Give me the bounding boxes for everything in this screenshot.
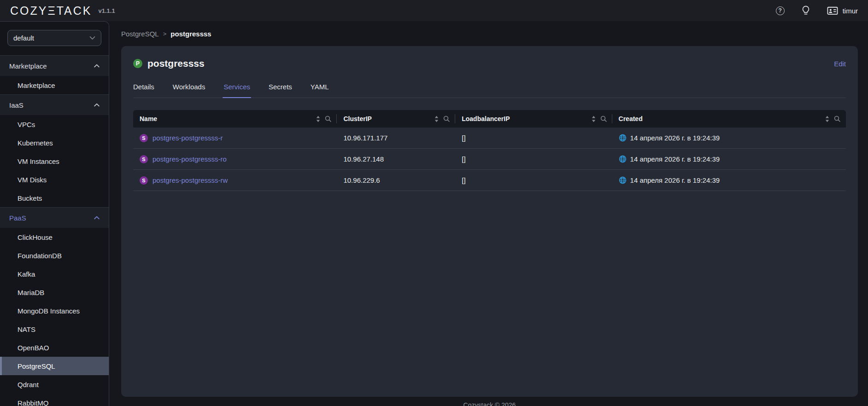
sidebar-item-clickhouse[interactable]: ClickHouse	[0, 228, 109, 246]
tab-details[interactable]: Details	[133, 83, 154, 98]
globe-icon	[619, 134, 627, 142]
table-body: S postgres-postgressss-r 10.96.171.177 […	[133, 128, 846, 191]
cell-created: 14 апреля 2026 г. в 19:24:39	[612, 155, 846, 163]
sidebar-item-label: OpenBAO	[18, 344, 49, 352]
cell-name: S postgres-postgressss-rw	[133, 176, 337, 185]
user-menu[interactable]: timur	[827, 6, 858, 15]
tab-yaml[interactable]: YAML	[311, 83, 329, 98]
sidebar-item-label: FoundationDB	[18, 252, 62, 260]
sidebar-item-label: VPCs	[18, 121, 35, 128]
cell-cluster-ip: 10.96.229.6	[337, 176, 455, 184]
service-badge: S	[140, 155, 148, 163]
cell-name: S postgres-postgressss-ro	[133, 155, 337, 163]
service-link[interactable]: postgres-postgressss-rw	[152, 176, 228, 184]
breadcrumb: PostgreSQL > postgressss	[121, 21, 858, 46]
sidebar: default Marketplace Marketplace IaaS VPC…	[0, 21, 109, 406]
sidebar-item-mongodb-instances[interactable]: MongoDB Instances	[0, 302, 109, 320]
column-label: ClusterIP	[343, 115, 371, 122]
sort-icon[interactable]	[316, 116, 321, 122]
layout: default Marketplace Marketplace IaaS VPC…	[0, 21, 868, 406]
logo-glyph: Ξ	[47, 4, 56, 17]
search-icon[interactable]	[325, 116, 331, 122]
app-logo[interactable]: COZYΞTACK	[10, 4, 92, 17]
page-title: postgressss	[147, 58, 205, 69]
sidebar-item-label: Kubernetes	[18, 139, 53, 147]
topbar-actions: ? timur	[776, 6, 858, 16]
sidebar-item-vm-instances[interactable]: VM Instances	[0, 152, 109, 170]
sidebar-item-label: Buckets	[18, 194, 42, 202]
sidebar-item-label: VM Instances	[18, 157, 59, 165]
edit-button[interactable]: Edit	[834, 60, 846, 68]
sidebar-item-marketplace[interactable]: Marketplace	[0, 76, 109, 94]
table-row[interactable]: S postgres-postgressss-rw 10.96.229.6 []…	[133, 170, 846, 191]
chevron-up-icon	[94, 64, 100, 68]
namespace-select[interactable]: default	[7, 30, 101, 46]
column-header-name: Name	[133, 110, 337, 128]
sidebar-item-label: MariaDB	[18, 289, 44, 296]
namespace-value: default	[13, 34, 34, 42]
tab-label: Workloads	[173, 83, 205, 91]
sidebar-item-foundationdb[interactable]: FoundationDB	[0, 246, 109, 265]
sidebar-item-label: Marketplace	[18, 81, 55, 89]
column-label: Name	[140, 115, 157, 122]
globe-icon	[619, 176, 627, 184]
column-label: LoadbalancerIP	[462, 115, 510, 122]
chevron-down-icon	[89, 36, 95, 40]
sidebar-item-label: ClickHouse	[18, 233, 53, 241]
tab-secrets[interactable]: Secrets	[269, 83, 292, 98]
sidebar-item-label: PostgreSQL	[18, 362, 55, 370]
sidebar-item-kubernetes[interactable]: Kubernetes	[0, 133, 109, 152]
tab-workloads[interactable]: Workloads	[173, 83, 205, 98]
sidebar-item-label: Kafka	[18, 270, 35, 278]
sidebar-item-label: Qdrant	[18, 381, 39, 389]
service-link[interactable]: postgres-postgressss-r	[152, 134, 223, 142]
column-header-loadbalancerip: LoadbalancerIP	[455, 110, 612, 128]
logo-text-left: COZY	[10, 4, 47, 17]
table-header: Name ClusterIP LoadbalancerIP Created	[133, 110, 846, 128]
created-date: 14 апреля 2026 г. в 19:24:39	[630, 134, 720, 142]
tab-services[interactable]: Services	[223, 83, 250, 98]
sort-icon[interactable]	[825, 116, 830, 122]
topbar: COZYΞTACK v1.1.1 ? timur	[0, 0, 868, 21]
sidebar-item-postgresql[interactable]: PostgreSQL	[0, 357, 109, 375]
lightbulb-theme-icon[interactable]	[801, 6, 810, 16]
resource-card: P postgressss Edit Details Workloads Ser…	[121, 46, 858, 397]
sidebar-section-header-iaas[interactable]: IaaS	[0, 94, 109, 115]
sidebar-item-label: VM Disks	[18, 176, 47, 184]
column-header-clusterip: ClusterIP	[337, 110, 455, 128]
search-icon[interactable]	[443, 116, 450, 122]
service-badge: S	[140, 134, 148, 142]
table-row[interactable]: S postgres-postgressss-r 10.96.171.177 […	[133, 128, 846, 149]
sort-icon[interactable]	[591, 116, 596, 122]
sidebar-item-mariadb[interactable]: MariaDB	[0, 283, 109, 302]
sidebar-item-kafka[interactable]: Kafka	[0, 265, 109, 283]
cell-created: 14 апреля 2026 г. в 19:24:39	[612, 134, 846, 142]
cell-cluster-ip: 10.96.27.148	[337, 155, 455, 163]
search-icon[interactable]	[834, 116, 840, 122]
sort-icon[interactable]	[434, 116, 439, 122]
cell-loadbalancer-ip: []	[455, 176, 612, 184]
sidebar-item-openbao[interactable]: OpenBAO	[0, 338, 109, 357]
sidebar-item-vpcs[interactable]: VPCs	[0, 115, 109, 133]
sidebar-item-buckets[interactable]: Buckets	[0, 189, 109, 207]
cell-loadbalancer-ip: []	[455, 134, 612, 142]
sidebar-item-rabbitmq[interactable]: RabbitMQ	[0, 394, 109, 406]
table-row[interactable]: S postgres-postgressss-ro 10.96.27.148 […	[133, 149, 846, 170]
sidebar-item-label: MongoDB Instances	[18, 307, 80, 315]
sidebar-item-qdrant[interactable]: Qdrant	[0, 375, 109, 394]
service-badge: S	[140, 176, 148, 185]
tab-label: Details	[133, 83, 154, 91]
service-link[interactable]: postgres-postgressss-ro	[152, 155, 227, 163]
sidebar-item-nats[interactable]: NATS	[0, 320, 109, 338]
postgres-badge: P	[133, 59, 142, 68]
sidebar-section-header-paas[interactable]: PaaS	[0, 207, 109, 228]
tab-label: YAML	[311, 83, 329, 91]
sidebar-item-vm-disks[interactable]: VM Disks	[0, 170, 109, 189]
breadcrumb-parent[interactable]: PostgreSQL	[121, 30, 159, 38]
search-icon[interactable]	[600, 116, 607, 122]
id-card-icon	[827, 6, 838, 15]
tab-label: Secrets	[269, 83, 292, 91]
sidebar-section-header-marketplace[interactable]: Marketplace	[0, 55, 109, 76]
created-date: 14 апреля 2026 г. в 19:24:39	[630, 176, 720, 184]
help-icon[interactable]: ?	[776, 6, 785, 15]
